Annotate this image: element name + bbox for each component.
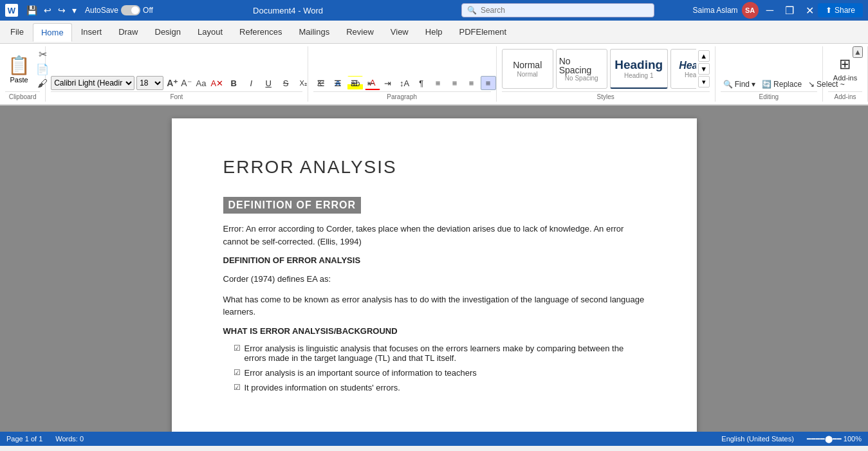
font-size-buttons: A⁺ A⁻: [165, 77, 192, 89]
addins-button[interactable]: ⊞ Add-ins: [831, 55, 860, 83]
minimize-button[interactable]: ─: [762, 3, 777, 17]
style-heading2-label: Heading 2: [685, 71, 696, 78]
tab-insert[interactable]: Insert: [73, 23, 110, 41]
style-normal-preview: Normal: [513, 60, 542, 71]
tab-help[interactable]: Help: [418, 23, 450, 41]
style-heading1[interactable]: Heading Heading 1: [610, 49, 668, 89]
italic-button[interactable]: I: [243, 76, 259, 90]
word-count: Words: 0: [55, 435, 84, 443]
tab-home[interactable]: Home: [33, 23, 72, 42]
bullets-button[interactable]: ☰: [313, 76, 329, 90]
share-icon: ⬆: [826, 6, 832, 15]
document-para2: Corder (1974) defines EA as:: [223, 273, 645, 286]
more-commands-button[interactable]: ▾: [70, 4, 78, 17]
bold-button[interactable]: B: [226, 76, 241, 90]
editing-group: 🔍 Find ▾ 🔄 Replace ↘ Select ~ Editing: [716, 46, 823, 102]
find-button[interactable]: 🔍 Find ▾: [721, 78, 758, 90]
status-bar: Page 1 of 1 Words: 0 English (United Sta…: [0, 432, 868, 446]
style-no-spacing-label: No Spacing: [565, 75, 598, 82]
paste-icon: 📋: [8, 55, 30, 76]
bullet-char-1: ☑: [234, 344, 241, 353]
ribbon-content: 📋 Paste ✂ 📄 🖌 Clipboard Calibri Light (H…: [0, 44, 868, 105]
search-input[interactable]: [481, 6, 649, 15]
style-normal-label: Normal: [517, 71, 538, 78]
restore-button[interactable]: ❐: [781, 3, 798, 18]
strikethrough-button[interactable]: S: [278, 76, 293, 90]
tab-draw[interactable]: Draw: [111, 23, 145, 41]
style-heading2[interactable]: Heading Heading 2: [670, 49, 696, 89]
numbering-button[interactable]: ☰: [330, 76, 346, 90]
justify-button[interactable]: ≡: [481, 76, 496, 90]
find-dropdown-icon: ▾: [752, 80, 755, 89]
paste-label: Paste: [10, 76, 28, 84]
replace-button[interactable]: 🔄 Replace: [759, 78, 804, 90]
font-name-selector[interactable]: Calibri Light (Headir: [51, 76, 134, 90]
document-subheading1: DEFINITION OF ERROR ANALYSIS: [223, 255, 645, 265]
ribbon-collapse-button[interactable]: ▲: [853, 46, 863, 58]
tab-file[interactable]: File: [3, 23, 32, 41]
grow-font-button[interactable]: A⁺: [165, 77, 179, 89]
document-page: ERROR ANALYSIS DEFINITION OF ERROR Error…: [172, 118, 697, 432]
undo-button[interactable]: ↩: [42, 4, 53, 17]
search-bar[interactable]: 🔍: [461, 3, 654, 17]
style-no-spacing-preview: No Spacing: [559, 57, 604, 75]
tab-view[interactable]: View: [383, 23, 416, 41]
font-label: Font: [51, 91, 302, 100]
clear-formatting-button[interactable]: A✕: [210, 78, 225, 89]
document-para1: Error: An error according to Corder, tak…: [223, 223, 645, 248]
increase-indent-button[interactable]: ⇥: [380, 76, 396, 90]
tab-mailings[interactable]: Mailings: [291, 23, 338, 41]
share-label: Share: [835, 6, 855, 15]
close-button[interactable]: ✕: [802, 3, 818, 18]
document-bullet3: ☑ It provides information on students' e…: [223, 383, 645, 392]
font-group: Calibri Light (Headir 18 A⁺ A⁻ Aa A✕ B I: [46, 46, 308, 102]
style-no-spacing[interactable]: No Spacing No Spacing: [556, 49, 607, 89]
save-button[interactable]: 💾: [24, 4, 39, 17]
replace-icon: 🔄: [762, 80, 771, 89]
title-bar-right: Saima Aslam SA ─ ❐ ✕: [693, 2, 818, 19]
tab-design[interactable]: Design: [147, 23, 189, 41]
tab-references[interactable]: References: [232, 23, 290, 41]
style-heading2-preview: Heading: [679, 60, 696, 71]
sort-button[interactable]: ↕A: [397, 76, 412, 90]
underline-button[interactable]: U: [261, 76, 276, 90]
language: English (United States): [721, 435, 794, 443]
styles-scroll-down[interactable]: ▼: [698, 63, 710, 75]
align-left-button[interactable]: ≡: [430, 76, 446, 90]
align-right-button[interactable]: ≡: [464, 76, 479, 90]
multilevel-list-button[interactable]: ☰: [347, 76, 362, 90]
tab-pdfelement[interactable]: PDFElement: [452, 23, 515, 41]
page-info: Page 1 of 1: [6, 435, 42, 443]
font-size-selector[interactable]: 18: [136, 76, 163, 90]
document-bullet2: ☑ Error analysis is an important source …: [223, 368, 645, 378]
styles-expand[interactable]: ▾: [698, 76, 710, 87]
decrease-indent-button[interactable]: ⇤: [364, 76, 379, 90]
bullet-char-3: ☑: [234, 383, 241, 392]
change-case-button[interactable]: Aa: [195, 78, 208, 89]
styles-content: Normal Normal No Spacing No Spacing Head…: [502, 49, 696, 89]
paragraph-group-content: ☰ ☰ ☰ ⇤ ⇥ ↕A ¶ ≡ ≡ ≡ ≡ ↕ ▲ ⊞: [313, 48, 491, 90]
styles-scroll-up[interactable]: ▲: [698, 50, 710, 62]
redo-button[interactable]: ↪: [56, 4, 68, 17]
clipboard-group-content: 📋 Paste ✂ 📄 🖌: [5, 48, 40, 90]
title-bar-left: W 💾 ↩ ↪ ▾ AutoSave Off: [5, 4, 153, 17]
style-normal[interactable]: Normal Normal: [502, 49, 553, 89]
show-paragraph-marks-button[interactable]: ¶: [414, 76, 429, 90]
zoom-slider[interactable]: ━━━━⬤━━ 100%: [807, 435, 862, 443]
style-heading1-preview: Heading: [614, 58, 663, 72]
document-area: ERROR ANALYSIS DEFINITION OF ERROR Error…: [0, 106, 868, 432]
shrink-font-button[interactable]: A⁻: [180, 77, 192, 89]
share-button[interactable]: ⬆ Share: [818, 3, 863, 17]
tab-layout[interactable]: Layout: [190, 23, 230, 41]
autosave-state: Off: [143, 6, 153, 15]
align-center-button[interactable]: ≡: [447, 76, 463, 90]
clipboard-label: Clipboard: [5, 91, 40, 100]
styles-group: Normal Normal No Spacing No Spacing Head…: [497, 46, 716, 102]
paste-button[interactable]: 📋 Paste: [5, 53, 33, 85]
tab-review[interactable]: Review: [338, 23, 382, 41]
paragraph-label: Paragraph: [313, 91, 491, 100]
styles-scroll: ▲ ▼ ▾: [698, 50, 710, 87]
document-bullet1: ☑ Error analysis is linguistic analysis …: [223, 344, 645, 363]
find-icon: 🔍: [723, 80, 733, 89]
autosave-toggle[interactable]: [121, 5, 140, 15]
